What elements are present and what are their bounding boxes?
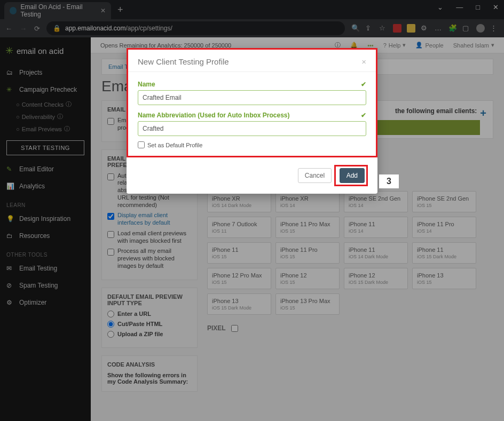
check-icon: ✔: [361, 112, 366, 119]
name-input[interactable]: [138, 90, 366, 105]
cancel-button[interactable]: Cancel: [298, 168, 332, 183]
modal-title: New Client Testing Profile: [138, 57, 229, 66]
default-label: Set as Default Profile: [147, 142, 202, 148]
abbr-label: Name Abbreviation (Used for Auto Inbox P…: [138, 112, 290, 119]
abbr-input[interactable]: [138, 121, 366, 136]
modal: New Client Testing Profile × Name✔ Name …: [127, 48, 377, 194]
default-checkbox[interactable]: [138, 141, 145, 148]
modal-close-icon[interactable]: ×: [361, 57, 366, 66]
name-label: Name: [138, 81, 155, 88]
check-icon: ✔: [361, 81, 366, 88]
step-badge: 3: [379, 174, 399, 188]
add-button[interactable]: Add: [340, 168, 365, 183]
